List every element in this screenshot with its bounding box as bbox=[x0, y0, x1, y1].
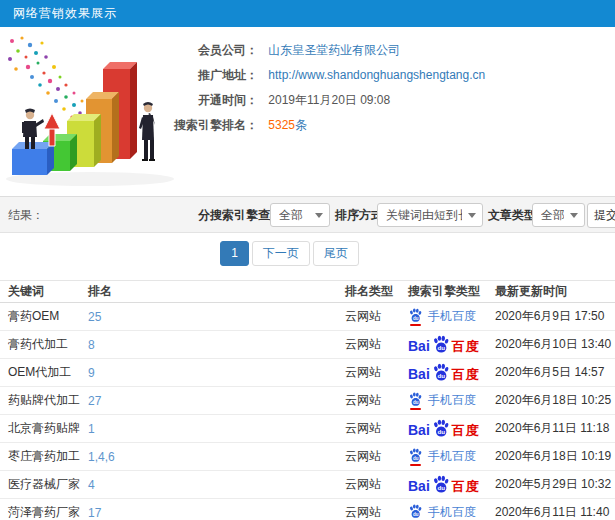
updated-cell: 2020年6月10日 13:40 bbox=[495, 337, 611, 351]
rank-type-cell: 云网站 bbox=[345, 365, 381, 379]
sort-filter-label: 排序方式 bbox=[335, 197, 383, 233]
red-underline bbox=[410, 324, 421, 326]
results-table-body: 膏药OEM 25 云网站 du bbox=[0, 303, 615, 520]
keyword-cell: 医疗器械厂家 bbox=[8, 477, 80, 491]
header-updated: 最新更新时间 bbox=[487, 281, 615, 303]
keyword-cell: 北京膏药贴牌 bbox=[8, 421, 80, 435]
keyword-cell: 菏泽膏药厂家 bbox=[8, 505, 80, 519]
businessman-right bbox=[139, 102, 155, 161]
rank-type-cell: 云网站 bbox=[345, 309, 381, 323]
updated-cell: 2020年6月11日 11:18 bbox=[495, 421, 609, 435]
baidu-paw-icon: du bbox=[431, 475, 451, 494]
engine-filter-select[interactable]: 全部 bbox=[270, 203, 330, 227]
baidu-paw-icon: du bbox=[431, 419, 451, 438]
rank-type-cell: 云网站 bbox=[345, 337, 381, 351]
updated-cell: 2020年5月29日 10:32 bbox=[495, 477, 611, 491]
header-keyword: 关键词 bbox=[0, 281, 80, 303]
baidu-paw-icon: du bbox=[431, 335, 451, 354]
pagination: 1 下一页 尾页 bbox=[0, 241, 597, 266]
baidu-logo-cn: 百度 bbox=[452, 479, 480, 494]
table-row: OEM代加工 9 云网站 Bai du 百度 bbox=[0, 359, 615, 387]
rank-link[interactable]: 17 bbox=[88, 506, 101, 520]
promo-url-label: 推广地址： bbox=[174, 63, 258, 88]
page: 网络营销效果展示 bbox=[0, 0, 615, 520]
svg-text:du: du bbox=[437, 344, 445, 351]
table-row: 膏药OEM 25 云网站 du bbox=[0, 303, 615, 331]
rank-type-cell: 云网站 bbox=[345, 477, 381, 491]
title-bar: 网络营销效果展示 bbox=[0, 0, 615, 27]
svg-text:du: du bbox=[413, 315, 419, 320]
engine-baidu-logo: Bai du 百度 bbox=[408, 419, 480, 438]
filter-bar: 结果： 分搜索引擎查看 全部 排序方式 关键词由短到长排序 文章类型 全部 提交 bbox=[0, 196, 615, 233]
table-row: 医疗器械厂家 4 云网站 Bai du 百度 bbox=[0, 471, 615, 499]
sort-filter-value: 关键词由短到长排序 bbox=[386, 207, 462, 224]
table-row: 膏药代加工 8 云网站 Bai du 百度 bbox=[0, 331, 615, 359]
baidu-logo-cn: 百度 bbox=[452, 423, 480, 438]
engine-name-text: 手机百度 bbox=[428, 392, 476, 409]
engine-baidu-logo: Bai du 百度 bbox=[408, 335, 480, 354]
engine-name-text: 手机百度 bbox=[428, 448, 476, 465]
engine-name-text: 手机百度 bbox=[428, 504, 476, 520]
rank-type-cell: 云网站 bbox=[345, 449, 381, 463]
header-rank: 排名 bbox=[80, 281, 337, 303]
svg-text:du: du bbox=[413, 399, 419, 404]
svg-text:du: du bbox=[437, 428, 445, 435]
info-row-company: 会员公司： 山东皇圣堂药业有限公司 bbox=[174, 38, 604, 63]
baidu-logo-cn: 百度 bbox=[452, 339, 480, 354]
baidu-logo-bai: Bai bbox=[408, 478, 430, 494]
keyword-cell: 枣庄膏药加工 bbox=[8, 449, 80, 463]
article-type-select[interactable]: 全部 bbox=[532, 203, 585, 227]
table-row: 枣庄膏药加工 1,4,6 云网站 du bbox=[0, 443, 615, 471]
updated-cell: 2020年6月5日 14:57 bbox=[495, 365, 604, 379]
rank-count-value: 5325条 bbox=[268, 118, 307, 132]
info-row-open-time: 开通时间： 2019年11月20日 09:08 bbox=[174, 88, 604, 113]
engine-mobile-baidu: du 手机百度 bbox=[408, 308, 476, 326]
promo-url-link[interactable]: http://www.shandonghuangshengtang.cn bbox=[268, 68, 485, 82]
next-page-button[interactable]: 下一页 bbox=[252, 241, 310, 266]
baidu-logo-bai: Bai bbox=[408, 338, 430, 354]
open-time-value: 2019年11月20日 09:08 bbox=[268, 93, 390, 107]
submit-button[interactable]: 提交 bbox=[587, 203, 615, 228]
caret-down-icon bbox=[468, 213, 476, 218]
table-row: 菏泽膏药厂家 17 云网站 du bbox=[0, 499, 615, 520]
page-button-current[interactable]: 1 bbox=[220, 241, 249, 266]
rank-link[interactable]: 25 bbox=[88, 310, 101, 324]
article-type-label: 文章类型 bbox=[488, 197, 536, 233]
result-label: 结果： bbox=[8, 197, 44, 233]
svg-text:du: du bbox=[437, 484, 445, 491]
baidu-paw-icon: du bbox=[408, 392, 423, 410]
rank-link[interactable]: 4 bbox=[88, 478, 95, 492]
rank-link[interactable]: 27 bbox=[88, 394, 101, 408]
baidu-logo-bai: Bai bbox=[408, 366, 430, 382]
company-label: 会员公司： bbox=[174, 38, 258, 63]
red-underline bbox=[410, 408, 421, 410]
company-link[interactable]: 山东皇圣堂药业有限公司 bbox=[268, 43, 400, 57]
header-engine-type: 搜索引擎类型 bbox=[400, 281, 487, 303]
rank-link[interactable]: 9 bbox=[88, 366, 95, 380]
engine-baidu-logo: Bai du 百度 bbox=[408, 363, 480, 382]
sort-filter-select[interactable]: 关键词由短到长排序 bbox=[377, 203, 483, 227]
rank-link[interactable]: 1 bbox=[88, 422, 95, 436]
header-rank-type: 排名类型 bbox=[337, 281, 400, 303]
rank-link[interactable]: 8 bbox=[88, 338, 95, 352]
baidu-paw-icon: du bbox=[431, 363, 451, 382]
caret-down-icon bbox=[315, 213, 323, 218]
keyword-cell: 膏药OEM bbox=[8, 309, 59, 323]
info-row-rank-count: 搜索引擎排名： 5325条 bbox=[174, 113, 604, 138]
baidu-logo-bai: Bai bbox=[408, 422, 430, 438]
engine-mobile-baidu: du 手机百度 bbox=[408, 504, 476, 520]
table-row: 北京膏药贴牌 1 云网站 Bai du 百度 bbox=[0, 415, 615, 443]
last-page-button[interactable]: 尾页 bbox=[313, 241, 359, 266]
article-type-value: 全部 bbox=[541, 207, 564, 224]
svg-text:du: du bbox=[413, 455, 419, 460]
engine-baidu-logo: Bai du 百度 bbox=[408, 475, 480, 494]
rank-link[interactable]: 1,4,6 bbox=[88, 450, 115, 464]
rank-count-unit: 条 bbox=[295, 118, 307, 132]
baidu-logo-cn: 百度 bbox=[452, 367, 480, 382]
rank-type-cell: 云网站 bbox=[345, 505, 381, 519]
rank-count-label: 搜索引擎排名： bbox=[174, 113, 258, 138]
baidu-paw-icon: du bbox=[408, 308, 423, 326]
engine-mobile-baidu: du 手机百度 bbox=[408, 392, 476, 410]
engine-mobile-baidu: du 手机百度 bbox=[408, 448, 476, 466]
engine-filter-value: 全部 bbox=[279, 207, 309, 224]
